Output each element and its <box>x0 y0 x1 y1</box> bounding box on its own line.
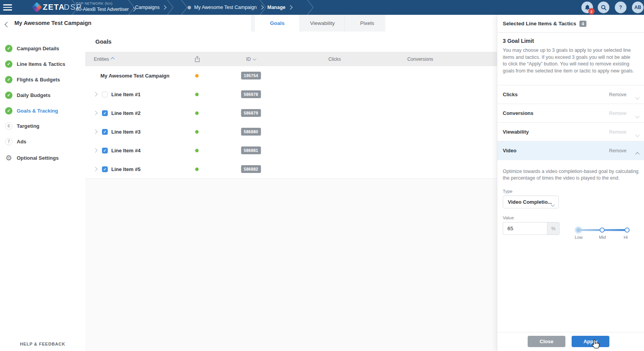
question-mark-icon: ? <box>619 5 622 10</box>
type-label: Type <box>503 189 512 194</box>
column-clicks: Clicks <box>328 52 341 66</box>
percent-suffix: % <box>547 222 560 235</box>
sidebar: Campaign Details Line Items & Tactics Fl… <box>0 32 86 351</box>
video-type-value: Video Completio... <box>508 196 552 208</box>
goal-section-conversions[interactable]: Conversions Remove <box>497 104 644 123</box>
chevron-right-icon <box>259 5 263 9</box>
video-goal-description: Optimize towards a video completion-base… <box>503 168 639 182</box>
sidebar-item-goals-tracking[interactable]: Goals & Tracking <box>5 107 58 115</box>
sidebar-item-daily-budgets[interactable]: Daily Budgets <box>5 91 51 99</box>
notifications-button[interactable]: 2 <box>581 2 593 13</box>
row-checkbox[interactable] <box>102 110 108 116</box>
step-number-icon: 7 <box>5 138 12 145</box>
remove-viewability-link: Remove <box>609 123 626 141</box>
id-badge: 586879 <box>241 109 261 117</box>
chevron-right-icon <box>162 5 167 9</box>
remove-clicks-link[interactable]: Remove <box>609 85 626 104</box>
sidebar-item-line-items-tactics[interactable]: Line Items & Tactics <box>5 60 65 68</box>
id-badge: 586882 <box>241 165 261 173</box>
goals-section-header: Goals <box>85 32 497 52</box>
video-type-dropdown[interactable]: Video Completio... <box>503 196 559 208</box>
back-button[interactable] <box>5 21 9 28</box>
table-row-line-item-3: Line Item #3 586880 <box>85 122 497 141</box>
expand-chevron-icon[interactable] <box>94 160 97 178</box>
expand-chevron-icon[interactable] <box>94 122 97 141</box>
chevron-right-icon <box>288 5 292 9</box>
breadcrumb-campaigns[interactable]: Campaigns <box>135 0 166 15</box>
chevron-down-icon[interactable] <box>636 93 639 101</box>
menu-icon[interactable] <box>3 4 12 11</box>
chevron-down-icon <box>551 201 554 208</box>
column-entities[interactable]: Entities <box>94 52 114 66</box>
chevron-up-icon[interactable] <box>636 150 639 157</box>
slider-label-low: Low <box>575 235 583 240</box>
close-button[interactable]: Close <box>528 336 565 347</box>
app: ZETA DSP DSP NETWORK (NA) 00-AlexB Test … <box>0 0 644 351</box>
apply-button[interactable]: Apply <box>572 336 609 347</box>
help-button[interactable]: ? <box>615 2 626 13</box>
panel-title: Selected Line Items & Tactics <box>503 15 576 32</box>
status-dot-green <box>195 111 199 115</box>
goal-section-viewability[interactable]: Viewability Remove <box>497 122 644 141</box>
tab-strip: Goals Viewability Pixels <box>251 15 385 32</box>
remove-video-link[interactable]: Remove <box>609 141 626 160</box>
entity-name: Line Item #5 <box>111 166 140 172</box>
status-dot-orange <box>195 74 199 78</box>
row-checkbox[interactable] <box>102 148 108 153</box>
entity-name: Line Item #4 <box>111 148 140 153</box>
sidebar-item-ads[interactable]: 7 Ads <box>5 138 26 145</box>
slider-label-hi: Hi <box>624 235 628 240</box>
user-avatar[interactable]: AB <box>632 2 644 13</box>
tab-viewability[interactable]: Viewability <box>300 15 345 32</box>
sidebar-item-flights-budgets[interactable]: Flights & Budgets <box>5 76 60 83</box>
export-share-icon[interactable] <box>195 52 200 66</box>
step-number-icon: 6 <box>5 122 12 130</box>
chevron-down-icon[interactable] <box>636 112 639 119</box>
slider-handle-hi[interactable] <box>625 228 630 233</box>
status-dot-green <box>195 130 199 134</box>
goal-section-video[interactable]: Video Remove <box>497 141 644 160</box>
goal-intensity-slider[interactable] <box>577 225 628 235</box>
goal-limit-heading: 3 Goal Limit <box>503 38 534 44</box>
slider-handle-low[interactable] <box>576 228 581 232</box>
breadcrumb-campaign[interactable]: My Awesome Test Campaign <box>188 0 263 15</box>
goal-limit-description: You may choose up to 3 goals to apply to… <box>503 47 634 74</box>
page-header: My Awesome Test Campaign Goals Viewabili… <box>0 15 497 32</box>
goal-section-clicks[interactable]: Clicks Remove <box>497 85 644 104</box>
search-button[interactable] <box>598 2 609 13</box>
avatar-initials: AB <box>634 5 641 10</box>
tab-goals[interactable]: Goals <box>255 15 300 32</box>
sort-asc-icon <box>111 57 115 61</box>
zeta-diamond-icon <box>32 2 42 12</box>
check-circle-icon <box>5 45 12 52</box>
sidebar-item-campaign-details[interactable]: Campaign Details <box>5 44 59 52</box>
entity-name: Line Item #1 <box>111 92 140 97</box>
id-badge: 586878 <box>241 90 261 98</box>
row-checkbox[interactable] <box>102 166 108 172</box>
row-checkbox[interactable] <box>102 92 108 97</box>
top-navbar: ZETA DSP DSP NETWORK (NA) 00-AlexB Test … <box>0 0 644 15</box>
expand-chevron-icon[interactable] <box>94 104 97 122</box>
goals-table-area: Goals Entities ID Clicks Conversions My <box>85 32 497 351</box>
check-circle-icon <box>5 60 12 68</box>
zeta-dsp-logo[interactable]: ZETA DSP <box>16 0 66 15</box>
entity-name: Line Item #3 <box>111 129 140 135</box>
help-feedback-link[interactable]: HELP & FEEDBACK <box>0 342 85 346</box>
search-icon <box>601 5 607 11</box>
value-input[interactable] <box>503 222 547 235</box>
table-row-campaign: My Awesome Test Campaign 195754 <box>85 66 497 85</box>
tab-pixels[interactable]: Pixels <box>344 15 390 32</box>
slider-handle-mid[interactable] <box>600 228 605 233</box>
expand-chevron-icon[interactable] <box>94 141 97 160</box>
row-checkbox[interactable] <box>102 129 108 135</box>
expand-chevron-icon[interactable] <box>94 85 97 104</box>
sidebar-item-targeting[interactable]: 6 Targeting <box>5 122 39 130</box>
breadcrumb-advertiser[interactable]: 00-AlexB Test Advertiser <box>76 4 135 15</box>
chevron-down-icon[interactable] <box>636 131 639 138</box>
breadcrumb-manage[interactable]: Manage <box>267 0 292 15</box>
sidebar-item-optional-settings[interactable]: ⚙ Optional Settings <box>5 154 59 162</box>
column-id[interactable]: ID <box>246 52 256 66</box>
status-dot-green <box>195 149 199 152</box>
remove-conversions-link: Remove <box>609 104 626 123</box>
selected-items-panel: Selected Line Items & Tactics 4 3 Goal L… <box>497 15 644 351</box>
